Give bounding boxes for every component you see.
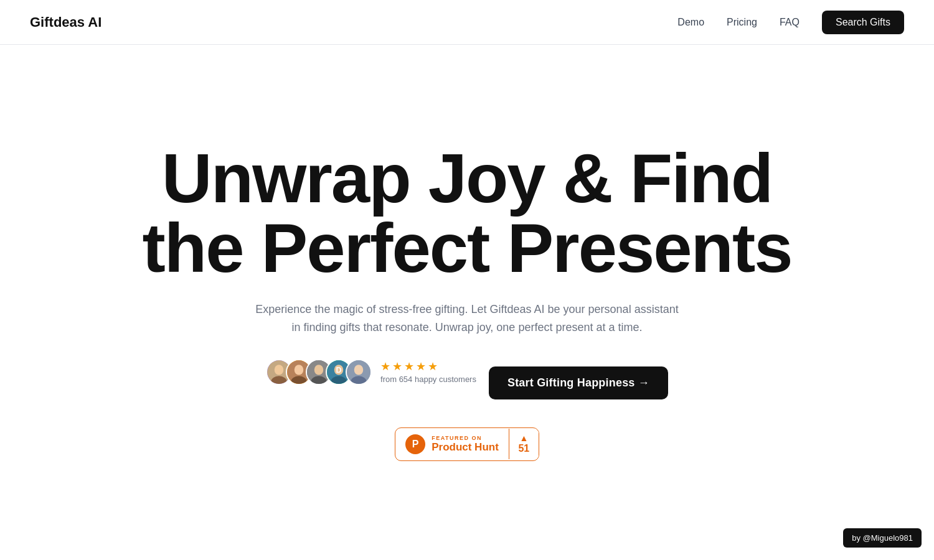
star-rating: ★ ★ ★ ★ ★	[380, 360, 438, 373]
star-2: ★	[392, 360, 402, 373]
nav-link-pricing[interactable]: Pricing	[727, 17, 757, 28]
ph-vote-count: 51	[518, 442, 529, 454]
product-hunt-logo: P	[405, 434, 425, 454]
ph-featured-label: FEATURED ON	[432, 435, 482, 441]
product-hunt-badge[interactable]: P FEATURED ON Product Hunt ▲ 51	[395, 427, 539, 461]
customers-count: from 654 happy customers	[380, 375, 476, 384]
social-proof: D ★ ★ ★ ★ ★	[266, 359, 476, 385]
nav-link-demo[interactable]: Demo	[677, 17, 704, 28]
ph-text: FEATURED ON Product Hunt	[432, 435, 499, 454]
hero-section: Unwrap Joy & Find the Perfect Presents E…	[0, 0, 934, 560]
nav-cta-button[interactable]: Search Gifts	[822, 11, 904, 34]
hero-cta-button[interactable]: Start Gifting Happiness →	[489, 366, 668, 399]
star-3: ★	[404, 360, 414, 373]
ph-left: P FEATURED ON Product Hunt	[395, 428, 509, 460]
ph-votes: ▲ 51	[509, 429, 539, 459]
svg-point-14	[354, 365, 363, 375]
nav-logo[interactable]: Giftdeas AI	[30, 14, 101, 30]
avatar-group: D	[266, 359, 372, 385]
svg-point-7	[314, 365, 323, 375]
avatar	[346, 359, 372, 385]
social-proof-text: ★ ★ ★ ★ ★ from 654 happy customers	[380, 360, 476, 384]
hero-subtitle: Experience the magic of stress-free gift…	[255, 301, 679, 337]
nav-link-faq[interactable]: FAQ	[780, 17, 800, 28]
hero-title: Unwrap Joy & Find the Perfect Presents	[142, 144, 791, 283]
ph-upvote-arrow: ▲	[519, 434, 528, 442]
navbar: Giftdeas AI Demo Pricing FAQ Search Gift…	[0, 0, 934, 45]
ph-name: Product Hunt	[432, 441, 499, 454]
footer-attribution: by @Miguelo981	[843, 528, 922, 548]
svg-point-1	[275, 365, 283, 375]
svg-text:D: D	[336, 366, 341, 375]
hero-cta-row: D ★ ★ ★ ★ ★	[266, 359, 668, 408]
star-4: ★	[416, 360, 426, 373]
svg-point-4	[295, 365, 303, 375]
star-5: ★	[428, 360, 438, 373]
nav-links: Demo Pricing FAQ Search Gifts	[677, 11, 904, 34]
star-1: ★	[380, 360, 390, 373]
